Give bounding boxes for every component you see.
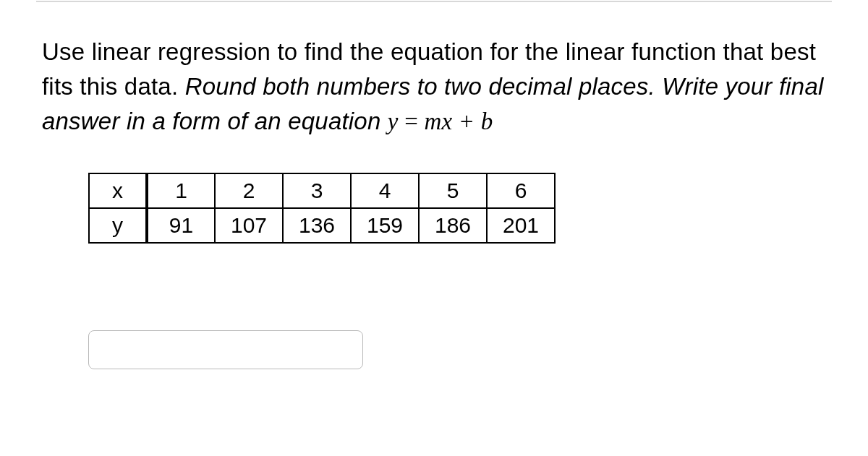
cell-y: 186 bbox=[419, 208, 487, 243]
cell-x: 1 bbox=[147, 173, 215, 208]
data-table: x 1 2 3 4 5 6 y 91 107 136 159 186 201 bbox=[88, 173, 556, 244]
question-prompt: Use linear regression to find the equati… bbox=[42, 35, 825, 139]
equation-rhs: mx + b bbox=[424, 108, 493, 134]
table-row: x 1 2 3 4 5 6 bbox=[89, 173, 555, 208]
row-header-y: y bbox=[89, 208, 147, 243]
cell-x: 5 bbox=[419, 173, 487, 208]
cell-y: 107 bbox=[215, 208, 283, 243]
cell-y: 91 bbox=[147, 208, 215, 243]
answer-input[interactable] bbox=[88, 330, 363, 369]
table-row: y 91 107 136 159 186 201 bbox=[89, 208, 555, 243]
data-table-wrap: x 1 2 3 4 5 6 y 91 107 136 159 186 201 bbox=[88, 173, 825, 244]
cell-y: 159 bbox=[351, 208, 419, 243]
cell-y: 201 bbox=[487, 208, 555, 243]
top-divider bbox=[36, 1, 832, 2]
cell-y: 136 bbox=[283, 208, 351, 243]
cell-x: 4 bbox=[351, 173, 419, 208]
equation-eq: = bbox=[399, 108, 425, 134]
cell-x: 2 bbox=[215, 173, 283, 208]
cell-x: 3 bbox=[283, 173, 351, 208]
cell-x: 6 bbox=[487, 173, 555, 208]
row-header-x: x bbox=[89, 173, 147, 208]
answer-wrap bbox=[88, 330, 825, 369]
question-content: Use linear regression to find the equati… bbox=[42, 35, 825, 369]
equation-lhs: y bbox=[388, 108, 399, 134]
